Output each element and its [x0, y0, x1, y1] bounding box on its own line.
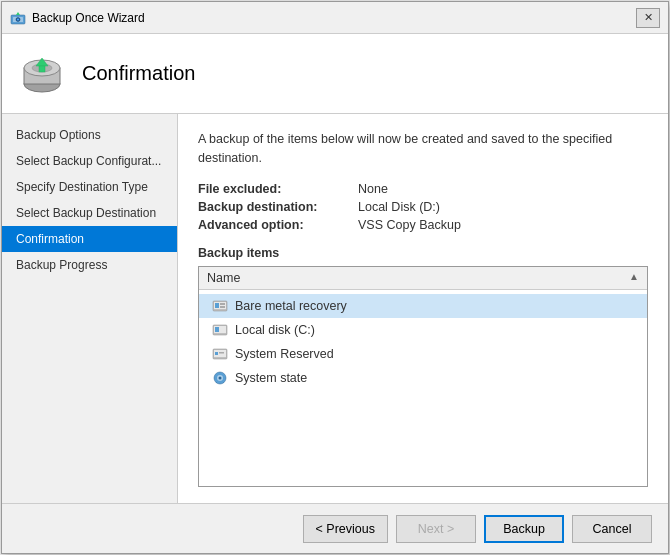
cancel-button[interactable]: Cancel [572, 515, 652, 543]
svg-rect-21 [215, 352, 218, 355]
svg-rect-15 [220, 306, 225, 308]
field-value-1: Local Disk (D:) [358, 200, 648, 214]
sidebar-item-specify-destination-type[interactable]: Specify Destination Type [2, 174, 177, 200]
svg-marker-4 [16, 12, 20, 15]
header-icon [18, 50, 66, 98]
previous-button[interactable]: < Previous [303, 515, 388, 543]
table-row[interactable]: System Reserved [199, 342, 647, 366]
footer: < Previous Next > Backup Cancel [2, 503, 668, 553]
backup-button[interactable]: Backup [484, 515, 564, 543]
next-button[interactable]: Next > [396, 515, 476, 543]
main-panel: A backup of the items below will now be … [178, 114, 668, 503]
item-icon-1 [211, 321, 229, 339]
svg-rect-13 [215, 303, 219, 308]
items-table: Name ▲ B [198, 266, 648, 488]
sidebar-item-select-backup-configuration[interactable]: Select Backup Configurat... [2, 148, 177, 174]
item-icon-2 [211, 345, 229, 363]
table-row-label-3: System state [235, 371, 307, 385]
close-button[interactable]: ✕ [636, 8, 660, 28]
info-grid: File excluded: None Backup destination: … [198, 182, 648, 232]
svg-rect-22 [219, 352, 224, 354]
window: Backup Once Wizard ✕ Confirmation Backup… [1, 1, 669, 554]
sidebar-item-select-backup-destination[interactable]: Select Backup Destination [2, 200, 177, 226]
svg-point-25 [219, 376, 222, 379]
table-row-label-1: Local disk (C:) [235, 323, 315, 337]
page-title: Confirmation [82, 62, 195, 85]
title-bar-controls: ✕ [636, 8, 660, 28]
table-row[interactable]: Bare metal recovery [199, 294, 647, 318]
item-icon-0 [211, 297, 229, 315]
field-label-0: File excluded: [198, 182, 358, 196]
field-label-2: Advanced option: [198, 218, 358, 232]
sidebar-item-backup-progress[interactable]: Backup Progress [2, 252, 177, 278]
svg-rect-18 [215, 327, 219, 332]
window-title: Backup Once Wizard [32, 11, 636, 25]
item-icon-3 [211, 369, 229, 387]
svg-rect-14 [220, 303, 225, 305]
title-bar: Backup Once Wizard ✕ [2, 2, 668, 34]
sidebar-item-confirmation[interactable]: Confirmation [2, 226, 177, 252]
main-description: A backup of the items below will now be … [198, 130, 648, 168]
table-column-name: Name [207, 271, 240, 285]
app-icon [10, 10, 26, 26]
svg-point-3 [17, 18, 19, 20]
field-value-2: VSS Copy Backup [358, 218, 648, 232]
header-area: Confirmation [2, 34, 668, 114]
table-row[interactable]: System state [199, 366, 647, 390]
sort-icon: ▲ [629, 271, 639, 282]
backup-items-label: Backup items [198, 246, 648, 260]
table-row[interactable]: Local disk (C:) [199, 318, 647, 342]
svg-rect-10 [39, 66, 45, 72]
table-row-label-0: Bare metal recovery [235, 299, 347, 313]
table-body[interactable]: Bare metal recovery Local disk (C:) [199, 290, 647, 487]
table-row-label-2: System Reserved [235, 347, 334, 361]
field-label-1: Backup destination: [198, 200, 358, 214]
content-area: Backup Options Select Backup Configurat.… [2, 114, 668, 503]
field-value-0: None [358, 182, 648, 196]
sidebar: Backup Options Select Backup Configurat.… [2, 114, 178, 503]
sidebar-item-backup-options[interactable]: Backup Options [2, 122, 177, 148]
table-header: Name ▲ [199, 267, 647, 290]
